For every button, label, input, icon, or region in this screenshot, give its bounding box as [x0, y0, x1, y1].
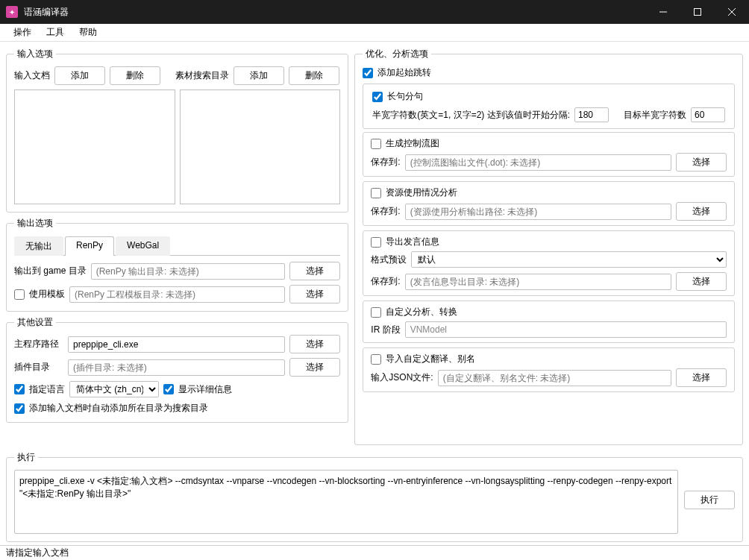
speech-save-label: 保存到:: [371, 275, 400, 288]
specify-language-label: 指定语言: [29, 383, 65, 396]
split-value-spinner[interactable]: [574, 107, 609, 122]
json-path-input[interactable]: [438, 370, 671, 386]
input-options-legend: 输入选项: [14, 48, 56, 60]
add-start-jump-checkbox[interactable]: [363, 68, 373, 78]
main-program-input[interactable]: [68, 336, 285, 353]
input-doc-list[interactable]: [14, 89, 175, 204]
status-text: 请指定输入文档: [6, 547, 69, 559]
long-sentence-label: 长句分句: [387, 90, 423, 103]
input-json-label: 输入JSON文件:: [371, 371, 433, 384]
tab-webgal[interactable]: WebGal: [116, 236, 170, 256]
optimize-group: 优化、分析选项 添加起始跳转 长句分句 半宽字符数(英文=1, 汉字=2) 达到…: [354, 48, 743, 445]
show-verbose-checkbox[interactable]: [163, 384, 174, 394]
menu-help[interactable]: 帮助: [72, 25, 104, 40]
plugin-dir-input[interactable]: [68, 359, 285, 376]
output-options-group: 输出选项 无输出 RenPy WebGal 输出到 game 目录 选择 使用模…: [6, 217, 348, 312]
menu-tools[interactable]: 工具: [39, 25, 72, 40]
app-icon: ✦: [6, 6, 18, 18]
format-preset-label: 格式预设: [371, 254, 407, 266]
auto-add-dir-label: 添加输入文档时自动添加所在目录为搜索目录: [29, 402, 208, 415]
ir-stage-input[interactable]: [405, 321, 727, 338]
gen-control-flow-checkbox[interactable]: [371, 139, 381, 149]
specify-language-checkbox[interactable]: [14, 384, 25, 394]
material-search-label: 素材搜索目录: [175, 69, 229, 82]
control-flow-save-label: 保存到:: [371, 156, 400, 169]
renpy-output-select-button[interactable]: 选择: [289, 262, 340, 280]
renpy-output-input[interactable]: [91, 263, 286, 280]
main-program-label: 主程序路径: [14, 338, 63, 350]
material-search-list[interactable]: [180, 89, 341, 204]
gen-control-flow-label: 生成控制流图: [386, 137, 439, 150]
resource-path-input[interactable]: [405, 204, 671, 220]
auto-add-dir-checkbox[interactable]: [14, 403, 25, 414]
speech-select-button[interactable]: 选择: [676, 272, 727, 291]
tab-renpy[interactable]: RenPy: [65, 236, 114, 256]
control-flow-path-input[interactable]: [405, 154, 671, 171]
window-title: 语涵编译器: [24, 6, 646, 19]
export-speech-checkbox[interactable]: [371, 237, 381, 248]
target-value-spinner[interactable]: [691, 107, 725, 122]
import-translation-label: 导入自定义翻译、别名: [386, 353, 475, 365]
command-text[interactable]: preppipe_cli.exe -v <未指定:输入文档> --cmdsynt…: [14, 470, 678, 534]
json-select-button[interactable]: 选择: [676, 368, 727, 387]
import-translation-checkbox[interactable]: [371, 354, 381, 365]
close-button[interactable]: [715, 0, 749, 24]
add-start-jump-label: 添加起始跳转: [377, 66, 431, 79]
use-template-label: 使用模板: [29, 288, 65, 301]
renpy-template-input[interactable]: [69, 286, 285, 303]
plugin-dir-select-button[interactable]: 选择: [289, 358, 340, 377]
input-doc-delete-button[interactable]: 删除: [110, 66, 160, 85]
ir-stage-label: IR 阶段: [371, 324, 400, 336]
resource-usage-label: 资源使用情况分析: [386, 186, 457, 199]
resource-select-button[interactable]: 选择: [676, 202, 727, 221]
use-template-checkbox[interactable]: [14, 289, 25, 300]
resource-usage-checkbox[interactable]: [371, 188, 381, 198]
output-game-dir-label: 输出到 game 目录: [14, 265, 87, 277]
output-options-legend: 输出选项: [14, 217, 56, 230]
optimize-legend: 优化、分析选项: [363, 48, 431, 60]
input-doc-add-button[interactable]: 添加: [54, 66, 105, 85]
custom-analysis-checkbox[interactable]: [371, 307, 381, 318]
half-width-label: 半宽字符数(英文=1, 汉字=2) 达到该值时开始分隔:: [372, 109, 570, 122]
execute-group: 执行 preppipe_cli.exe -v <未指定:输入文档> --cmds…: [6, 451, 743, 542]
format-preset-select[interactable]: 默认: [411, 251, 727, 268]
other-settings-group: 其他设置 主程序路径 选择 插件目录 选择 指定语言 简体中文 (zh_cn): [6, 316, 348, 423]
long-sentence-checkbox[interactable]: [372, 92, 383, 102]
language-select[interactable]: 简体中文 (zh_cn): [69, 381, 159, 397]
input-options-group: 输入选项 输入文档 添加 删除 素材搜索目录 添加 删除: [6, 48, 348, 213]
execute-button[interactable]: 执行: [684, 491, 735, 509]
maximize-button[interactable]: [680, 0, 715, 24]
other-settings-legend: 其他设置: [14, 316, 56, 329]
target-half-width-label: 目标半宽字符数: [624, 109, 686, 122]
tab-no-output[interactable]: 无输出: [14, 236, 63, 256]
show-verbose-label: 显示详细信息: [178, 383, 232, 396]
custom-analysis-label: 自定义分析、转换: [386, 306, 457, 318]
svg-rect-1: [695, 9, 701, 16]
speech-path-input[interactable]: [405, 274, 671, 290]
statusbar: 请指定输入文档: [0, 545, 749, 560]
resource-save-label: 保存到:: [371, 205, 400, 218]
minimize-button[interactable]: [646, 0, 680, 24]
input-doc-label: 输入文档: [14, 69, 50, 82]
menubar: 操作 工具 帮助: [0, 24, 749, 42]
export-speech-label: 导出发言信息: [386, 236, 439, 248]
titlebar: ✦ 语涵编译器: [0, 0, 749, 24]
menu-operate[interactable]: 操作: [6, 25, 39, 40]
material-delete-button[interactable]: 删除: [289, 66, 339, 85]
plugin-dir-label: 插件目录: [14, 361, 63, 374]
control-flow-select-button[interactable]: 选择: [676, 153, 727, 172]
material-add-button[interactable]: 添加: [234, 66, 284, 85]
main-program-select-button[interactable]: 选择: [289, 335, 340, 353]
execute-legend: 执行: [14, 451, 38, 464]
renpy-template-select-button[interactable]: 选择: [289, 285, 340, 303]
